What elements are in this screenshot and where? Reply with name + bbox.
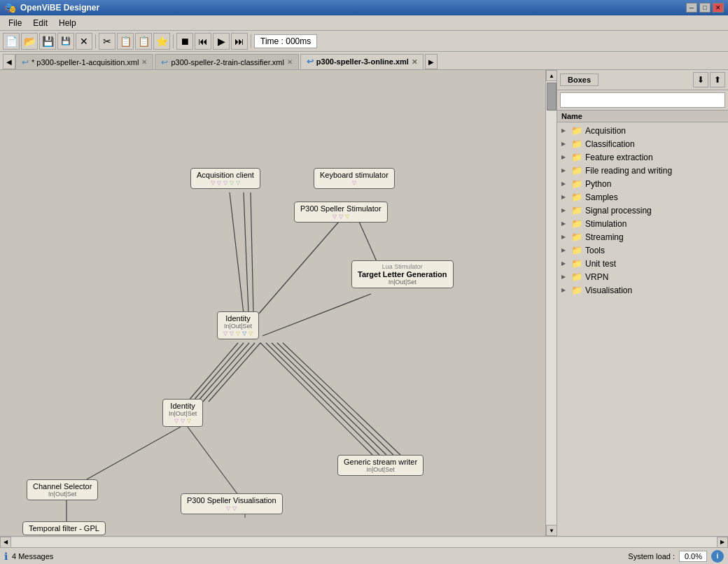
copy-button[interactable]: 📋 <box>117 33 134 50</box>
search-input[interactable] <box>560 92 725 108</box>
save-as-button[interactable]: 💾 <box>57 33 74 50</box>
close-button[interactable]: ✕ <box>713 3 724 13</box>
node-target-letter[interactable]: Lua Stimulator Target Letter Generation … <box>351 260 454 288</box>
svg-line-4 <box>357 217 378 265</box>
stop-button[interactable]: ⏹ <box>176 33 193 50</box>
tab-label-2: p300-speller-2-train-classifier.xml <box>171 58 284 66</box>
boxes-export-button[interactable]: ⬇ <box>693 72 708 87</box>
bookmark-button[interactable]: ⭐ <box>153 33 170 50</box>
svg-line-14 <box>277 343 396 457</box>
node-input-ports-identity1: ▽ ▽ ▽ ▽ ▽ <box>223 330 253 337</box>
step-back-button[interactable]: ⏮ <box>195 33 211 50</box>
node-keyboard-stimulator[interactable]: Keyboard stimulator ▽ <box>314 168 395 189</box>
canvas-area[interactable]: Acquisition client ▽ ▽ ▽ ▽ ▽ Keyboard st… <box>0 70 545 536</box>
tree-item-streaming[interactable]: ▶ 📁 Streaming <box>557 230 728 244</box>
app-title: OpenViBE Designer <box>20 3 99 13</box>
tree-arrow-python: ▶ <box>561 181 568 187</box>
folder-icon-samples: 📁 <box>571 192 582 202</box>
search-box <box>557 90 728 111</box>
vertical-scrollbar[interactable]: ▲ ▼ <box>545 70 556 536</box>
svg-line-3 <box>259 217 343 313</box>
node-generic-stream-writer[interactable]: Generic stream writer In|Out|Set <box>337 455 424 476</box>
tree-item-signal-processing[interactable]: ▶ 📁 Signal processing <box>557 204 728 217</box>
paste-button[interactable]: 📋 <box>135 33 152 50</box>
folder-icon-python: 📁 <box>571 178 582 189</box>
node-identity-1[interactable]: Identity In|Out|Set ▽ ▽ ▽ ▽ ▽ <box>217 311 259 339</box>
open-button[interactable]: 📂 <box>21 33 38 50</box>
tree-item-file-reading[interactable]: ▶ 📁 File reading and writing <box>557 164 728 177</box>
tree-label-feature: Feature extraction <box>585 153 653 162</box>
svg-line-2 <box>251 192 253 313</box>
scroll-right-button[interactable]: ▶ <box>717 537 728 548</box>
tab-train[interactable]: ↩ p300-speller-2-train-classifier.xml ✕ <box>155 54 298 69</box>
tab-close-1[interactable]: ✕ <box>141 58 147 66</box>
tab-acquisition[interactable]: ↩ * p300-speller-1-acquisition.xml ✕ <box>15 54 153 69</box>
tab-online[interactable]: ↩ p300-speller-3-online.xml ✕ <box>300 54 424 69</box>
tree-label-stimulation: Stimulation <box>585 219 626 229</box>
tab-nav-next[interactable]: ▶ <box>425 54 438 69</box>
scroll-up-button[interactable]: ▲ <box>546 70 557 81</box>
node-label-p300stim: P300 Speller Stimulator <box>300 204 382 213</box>
maximize-button[interactable]: □ <box>699 3 710 13</box>
minimize-button[interactable]: ─ <box>686 3 697 13</box>
menu-edit[interactable]: Edit <box>27 17 53 29</box>
tree-item-vrpn[interactable]: ▶ 📁 VRPN <box>557 270 728 283</box>
menu-help[interactable]: Help <box>53 17 82 29</box>
svg-line-12 <box>266 343 382 457</box>
menu-file[interactable]: File <box>3 17 27 29</box>
tree-arrow-samples: ▶ <box>561 194 568 200</box>
new-button[interactable]: 📄 <box>3 33 20 50</box>
tree-item-classification[interactable]: ▶ 📁 Classification <box>557 137 728 150</box>
node-p300-stimulator[interactable]: P300 Speller Stimulator ▽ ▽ ▽ <box>294 202 388 223</box>
svg-line-13 <box>272 343 388 457</box>
scroll-left-button[interactable]: ◀ <box>0 537 11 548</box>
node-channel-selector[interactable]: Channel Selector In|Out|Set <box>27 479 98 500</box>
tree-label-tools: Tools <box>585 246 605 255</box>
tree-arrow-acquisition: ▶ <box>561 127 568 134</box>
tab-label-3: p300-speller-3-online.xml <box>316 57 409 66</box>
play-button[interactable]: ▶ <box>213 33 230 50</box>
tab-nav-prev[interactable]: ◀ <box>3 54 15 69</box>
node-identity-2[interactable]: Identity In|Out|Set ▽ ▽ ▽ <box>162 399 203 427</box>
tab-close-2[interactable]: ✕ <box>287 58 293 66</box>
boxes-import-button[interactable]: ⬆ <box>710 72 725 87</box>
save-button[interactable]: 💾 <box>39 33 56 50</box>
status-message: 4 Messages <box>12 552 624 561</box>
tab-close-3[interactable]: ✕ <box>412 58 417 66</box>
scroll-down-button[interactable]: ▼ <box>546 525 557 536</box>
tree-item-stimulation[interactable]: ▶ 📁 Stimulation <box>557 217 728 230</box>
tree-item-tools[interactable]: ▶ 📁 Tools <box>557 244 728 257</box>
tree-label-acquisition: Acquisition <box>585 126 626 136</box>
tree-arrow-visualisation: ▶ <box>561 287 568 293</box>
tree-item-feature-extraction[interactable]: ▶ 📁 Feature extraction <box>557 150 728 164</box>
tree-label-samples: Samples <box>585 192 618 202</box>
close-file-button[interactable]: ✕ <box>76 33 92 50</box>
tree-label-visualisation: Visualisation <box>585 285 632 295</box>
fast-forward-button[interactable]: ⏭ <box>231 33 248 50</box>
tree-item-acquisition[interactable]: ▶ 📁 Acquisition <box>557 124 728 137</box>
node-p300-visualisation[interactable]: P300 Speller Visualisation ▽ ▽ <box>181 493 283 514</box>
info-button[interactable]: i <box>711 550 724 563</box>
tree-arrow-file: ▶ <box>561 167 568 174</box>
tree-item-visualisation[interactable]: ▶ 📁 Visualisation <box>557 283 728 297</box>
scroll-track-h[interactable] <box>11 537 717 547</box>
tree-label-signal: Signal processing <box>585 206 652 216</box>
folder-icon-unittest: 📁 <box>571 258 582 269</box>
scroll-track-v[interactable] <box>546 81 556 525</box>
cut-button[interactable]: ✂ <box>99 33 115 50</box>
folder-icon-acquisition: 📁 <box>571 125 582 136</box>
toolbar: 📄 📂 💾 💾 ✕ ✂ 📋 📋 ⭐ ⏹ ⏮ ▶ ⏭ Time : 000ms <box>0 31 728 52</box>
node-ports-target: In|Out|Set <box>358 279 447 285</box>
tree-item-python[interactable]: ▶ 📁 Python <box>557 177 728 190</box>
node-temporal-filter[interactable]: Temporal filter - GPL <box>22 521 106 535</box>
rp-tab-boxes[interactable]: Boxes <box>560 73 598 86</box>
tree-item-unit-test[interactable]: ▶ 📁 Unit test <box>557 257 728 270</box>
node-acquisition-client[interactable]: Acquisition client ▽ ▽ ▽ ▽ ▽ <box>190 168 260 189</box>
folder-icon-tools: 📁 <box>571 245 582 255</box>
main-area: Acquisition client ▽ ▽ ▽ ▽ ▽ Keyboard st… <box>0 70 728 547</box>
scroll-thumb-v[interactable] <box>547 83 556 111</box>
tree-item-samples[interactable]: ▶ 📁 Samples <box>557 190 728 204</box>
node-label-identity1: Identity <box>223 314 253 323</box>
svg-line-9 <box>203 343 255 402</box>
horizontal-scrollbar[interactable]: ◀ ▶ <box>0 536 728 547</box>
